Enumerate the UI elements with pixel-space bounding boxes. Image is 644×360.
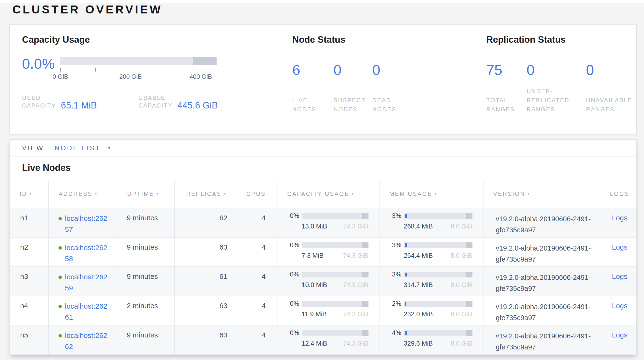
sort-arrow-icon: ▼ [156,192,160,196]
live-nodes-title: Live Nodes [22,162,636,173]
node-status-panel: Node Status 6 LIVE NODES 0 SUSPECT NODES… [292,35,425,114]
capacity-usage-cell: 0% 12.4 MiB74.3 GiB [287,329,368,347]
used-capacity-label: USED CAPACITY [22,94,56,109]
live-status-icon [58,246,62,249]
logs-link[interactable]: Logs [612,243,628,251]
mem-usage-cell: 3% 268.4 MiB8.0 GiB [389,212,472,230]
node-address-link[interactable]: localhost:26262 [58,329,117,351]
node-status-title: Node Status [292,35,425,45]
replication-status-title: Replication Status [486,35,644,45]
dead-nodes-stat: 0 DEAD NODES [372,62,425,114]
capacity-usage-panel: Capacity Usage 0.0% 0 GiB 20 [22,35,281,109]
axis-tick [60,68,61,72]
table-row: n3 localhost:26259 9 minutes 61 4 0% 10.… [10,266,636,296]
axis-tick [166,68,166,72]
node-id: n2 [10,237,48,266]
table-row: n1 localhost:26257 9 minutes 62 4 0% 13.… [10,208,636,237]
column-header-logs: LOGS [603,181,636,208]
column-header-mem-usage[interactable]: MEM USAGE▼ [379,181,483,208]
capacity-gauge: 0.0% 0 GiB 200 GiB 400 GiB [22,55,281,82]
table-row: n4 localhost:26261 2 minutes 63 4 0% 11.… [10,296,636,325]
top-strip [0,0,644,3]
node-id: n4 [10,296,48,325]
unavailable-ranges-label: UNAVAILABLE RANGES [586,96,644,114]
suspect-nodes-label: SUSPECT NODES [334,96,372,114]
node-uptime: 9 minutes [117,208,174,237]
capacity-axis: 0 GiB 200 GiB 400 GiB [60,65,201,82]
node-version: v19.2.0-alpha.20190606-2491- gfe735c9a97 [483,266,603,296]
cluster-overview-page: CLUSTER OVERVIEW Capacity Usage 0.0% [0,0,644,360]
column-header-uptime[interactable]: UPTIME▼ [117,181,174,208]
logs-link[interactable]: Logs [612,272,628,280]
capacity-bar [302,213,368,219]
mem-bar [404,301,472,306]
axis-tick-label: 400 GiB [190,73,212,80]
node-uptime: 9 minutes [117,237,174,266]
axis-tick [130,68,131,72]
column-header-version[interactable]: VERSION▼ [483,181,603,208]
node-uptime: 9 minutes [117,266,174,296]
sort-arrow-icon: ▼ [28,192,33,196]
live-nodes-value: 6 [292,62,334,78]
capacity-bar-reserved-segment [193,57,216,65]
table-row-partial [10,354,636,355]
capacity-bar [302,330,368,336]
live-nodes-table: ID▼ ADDRESS▼ UPTIME▼ REPLICAS▼ CPUS CAPA… [10,181,636,355]
live-status-icon [58,305,62,308]
capacity-bar [302,301,368,306]
page-title: CLUSTER OVERVIEW [12,3,162,16]
live-status-icon [58,334,62,337]
node-status-stats: 6 LIVE NODES 0 SUSPECT NODES 0 DEAD NODE… [292,62,425,114]
column-header-replicas[interactable]: REPLICAS▼ [174,181,238,208]
suspect-nodes-stat: 0 SUSPECT NODES [334,62,372,114]
under-replicated-ranges-label: UNDER- REPLICATED RANGES [526,87,586,114]
capacity-usage-cell: 0% 11.9 MiB74.3 GiB [287,300,368,317]
logs-link[interactable]: Logs [612,213,628,222]
column-header-cpus: CPUS [238,181,277,208]
view-selector-dropdown[interactable]: NODE LIST [54,144,101,152]
node-id: n3 [10,266,48,296]
node-address-link[interactable]: localhost:26258 [58,242,117,264]
replication-status-panel: Replication Status 75 TOTAL RANGES 0 UND… [486,35,644,114]
sort-arrow-icon: ▼ [434,192,438,196]
column-header-capacity-usage[interactable]: CAPACITY USAGE▼ [277,181,379,208]
suspect-nodes-value: 0 [334,62,372,78]
logs-link[interactable]: Logs [612,301,628,309]
node-id: n1 [10,208,48,237]
axis-tick [96,68,96,72]
total-ranges-stat: 75 TOTAL RANGES [486,62,526,114]
usable-capacity-stat: USABLE CAPACITY 445.6 GiB [138,94,218,109]
node-address-link[interactable]: localhost:26259 [58,271,117,293]
sort-arrow-icon: ▼ [526,192,531,196]
axis-tick-label: 0 GiB [52,73,68,80]
table-header-row: ID▼ ADDRESS▼ UPTIME▼ REPLICAS▼ CPUS CAPA… [10,181,636,208]
capacity-usage-cell: 0% 13.0 MiB74.3 GiB [287,212,368,230]
node-replicas: 61 [174,266,238,296]
mem-bar [404,330,472,336]
mem-bar [404,242,472,248]
table-row: n5 localhost:26262 9 minutes 63 4 0% 12.… [10,325,636,354]
column-header-address[interactable]: ADDRESS▼ [48,181,117,208]
node-replicas: 63 [174,296,238,325]
live-nodes-stat: 6 LIVE NODES [292,62,334,114]
node-version: v19.2.0-alpha.20190606-2491- gfe735c9a97 [483,325,603,354]
used-capacity-value: 65.1 MiB [61,101,97,109]
chevron-down-icon[interactable]: ▼ [107,145,112,150]
node-address-link[interactable]: localhost:26261 [58,300,117,322]
column-header-id[interactable]: ID▼ [10,181,48,208]
node-replicas: 62 [174,208,238,237]
view-label: VIEW: [22,144,47,152]
node-uptime: 9 minutes [117,325,174,354]
used-capacity-stat: USED CAPACITY 65.1 MiB [22,94,138,109]
mem-usage-cell: 2% 232.0 MiB8.0 GiB [389,300,472,317]
node-address-link[interactable]: localhost:26257 [58,212,117,235]
live-nodes-label: LIVE NODES [292,96,334,114]
logs-link[interactable]: Logs [612,330,628,339]
mem-bar [404,271,472,277]
node-version: v19.2.0-alpha.20190606-2491- gfe735c9a97 [483,296,603,325]
live-status-icon [58,275,62,279]
overview-summary-card: Capacity Usage 0.0% 0 GiB 20 [9,25,637,134]
node-list-card: VIEW: NODE LIST ▼ Live Nodes ID▼ ADDRESS… [9,139,637,355]
capacity-usage-title: Capacity Usage [22,35,281,45]
total-ranges-label: TOTAL RANGES [486,96,526,114]
